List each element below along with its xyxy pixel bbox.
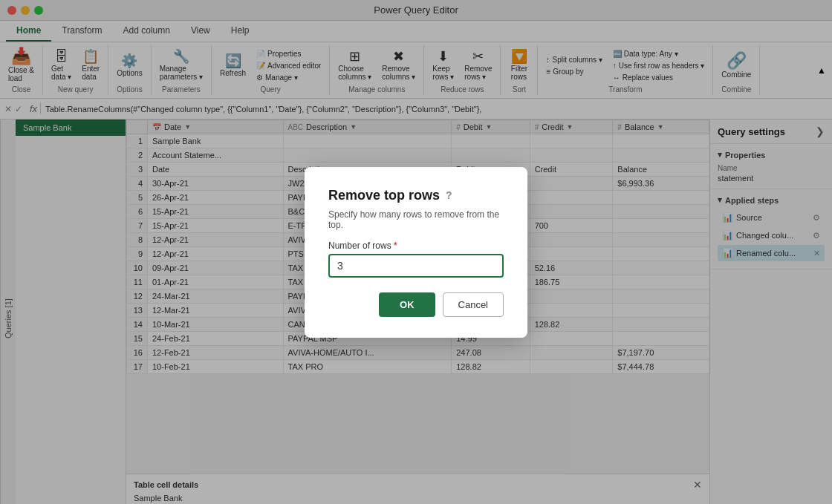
- modal-input-label-text: Number of rows: [328, 240, 391, 251]
- modal-buttons: OK Cancel: [328, 292, 504, 317]
- remove-top-rows-modal: Remove top rows ? Specify how many rows …: [305, 167, 527, 338]
- modal-description: Specify how many rows to remove from the…: [328, 209, 504, 230]
- number-of-rows-input[interactable]: [328, 254, 504, 278]
- ok-button[interactable]: OK: [379, 292, 435, 317]
- modal-help-button[interactable]: ?: [446, 189, 452, 201]
- modal-title-text: Remove top rows: [328, 188, 440, 203]
- modal-input-label: Number of rows *: [328, 240, 504, 251]
- cancel-button[interactable]: Cancel: [443, 292, 504, 317]
- modal-overlay: Remove top rows ? Specify how many rows …: [0, 0, 832, 504]
- modal-required-indicator: *: [391, 240, 397, 251]
- modal-title: Remove top rows ?: [328, 188, 504, 203]
